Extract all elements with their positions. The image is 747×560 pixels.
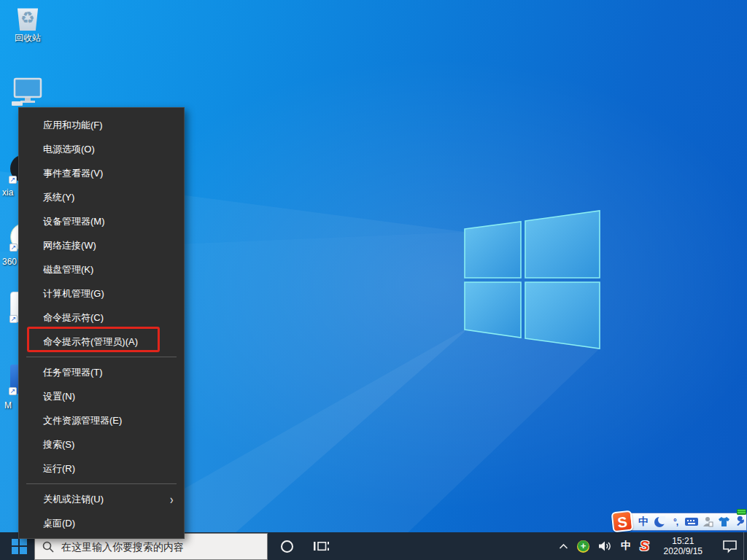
menu-item-device-manager[interactable]: 设备管理器(M) [19, 209, 184, 233]
desktop: ♻ 回收站 ↗ xia ↗ 360 ↗ ↗ M 应用和功能(F) 电源选项(O)… [0, 0, 747, 560]
menu-item-file-explorer[interactable]: 文件资源管理器(E) [19, 408, 184, 432]
sogou-tray-icon: S [640, 538, 649, 554]
clock-time: 15:21 [664, 536, 703, 546]
shortcut-arrow-icon: ↗ [9, 387, 17, 395]
antivirus-orb-icon: + [577, 540, 589, 553]
windows-logo-icon [12, 539, 27, 554]
search-icon [42, 541, 54, 553]
winx-menu: 应用和功能(F) 电源选项(O) 事件查看器(V) 系统(Y) 设备管理器(M)… [18, 107, 185, 539]
recycle-bin-label: 回收站 [1, 32, 54, 44]
punctuation-mode-icon[interactable]: °, [669, 514, 682, 529]
tray-volume[interactable] [594, 532, 616, 560]
menu-item-settings[interactable]: 设置(N) [19, 384, 184, 408]
cortana-icon [281, 540, 293, 553]
hidden-icons-chevron[interactable] [554, 532, 573, 560]
menu-item-desktop[interactable]: 桌面(D) [19, 511, 184, 535]
desktop-label-360: 360 [2, 257, 17, 267]
menu-item-command-prompt-admin[interactable]: 命令提示符(管理员)(A) [19, 330, 184, 354]
menu-item-task-manager[interactable]: 任务管理器(T) [19, 360, 184, 384]
menu-item-power-options[interactable]: 电源选项(O) [19, 137, 184, 161]
action-center-icon [721, 539, 738, 553]
fullwidth-moon-icon[interactable] [653, 514, 666, 529]
tray-clock[interactable]: 15:21 2020/9/15 [654, 532, 713, 560]
menu-item-shutdown-signout[interactable]: 关机或注销(U) › [19, 487, 184, 511]
desktop-label-m: M [4, 400, 12, 411]
shortcut-arrow-icon: ↗ [9, 244, 18, 252]
desktop-label-xia: xia [2, 187, 13, 198]
submenu-arrow-icon: › [170, 492, 173, 506]
show-desktop-strip[interactable] [743, 532, 747, 560]
menu-item-computer-management[interactable]: 计算机管理(G) [19, 281, 184, 306]
menu-item-event-viewer[interactable]: 事件查看器(V) [19, 161, 184, 185]
search-input[interactable] [61, 541, 261, 553]
ime-chinese-mode-icon[interactable]: 中 [637, 514, 650, 529]
this-pc-icon [12, 77, 44, 108]
menu-item-disk-management[interactable]: 磁盘管理(K) [19, 257, 184, 281]
tray-sogou[interactable]: S [635, 532, 654, 560]
menu-item-search[interactable]: 搜索(S) [19, 432, 184, 456]
chevron-up-icon [559, 543, 568, 550]
menu-item-system[interactable]: 系统(Y) [19, 185, 184, 209]
toolbox-wrench-icon[interactable] [733, 514, 746, 529]
volume-icon [598, 540, 612, 552]
ime-language-bar: S 中 °, [627, 513, 747, 531]
task-view-icon [314, 540, 329, 552]
clock-date: 2020/9/15 [664, 546, 703, 556]
account-person-icon[interactable] [701, 514, 714, 529]
shortcut-arrow-icon: ↗ [9, 176, 17, 184]
skin-tshirt-icon[interactable] [717, 514, 730, 529]
recycle-bin-icon: ♻ [16, 6, 39, 31]
menu-item-network-connections[interactable]: 网络连接(W) [19, 233, 184, 257]
system-tray: + 中 S 15:21 2020/9/15 [554, 532, 747, 560]
menu-separator [26, 483, 177, 484]
task-view-button[interactable] [308, 532, 334, 560]
ime-mode-indicator: 中 [621, 540, 631, 553]
menu-item-run[interactable]: 运行(R) [19, 456, 184, 481]
menu-item-command-prompt[interactable]: 命令提示符(C) [19, 306, 184, 330]
desktop-icon-recycle-bin[interactable]: ♻ 回收站 [1, 6, 54, 44]
cortana-button[interactable] [274, 532, 300, 560]
menu-separator [26, 357, 177, 357]
action-center-button[interactable] [713, 532, 747, 560]
desktop-icon-this-pc[interactable] [1, 77, 54, 108]
tray-ime-mode[interactable]: 中 [616, 532, 635, 560]
tray-antivirus[interactable]: + [573, 532, 594, 560]
sogou-logo-icon[interactable]: S [611, 510, 634, 533]
soft-keyboard-icon[interactable] [685, 514, 698, 529]
shortcut-arrow-icon: ↗ [9, 315, 18, 323]
menu-item-apps-features[interactable]: 应用和功能(F) [19, 113, 184, 137]
status-green-badge-icon[interactable] [737, 509, 746, 515]
